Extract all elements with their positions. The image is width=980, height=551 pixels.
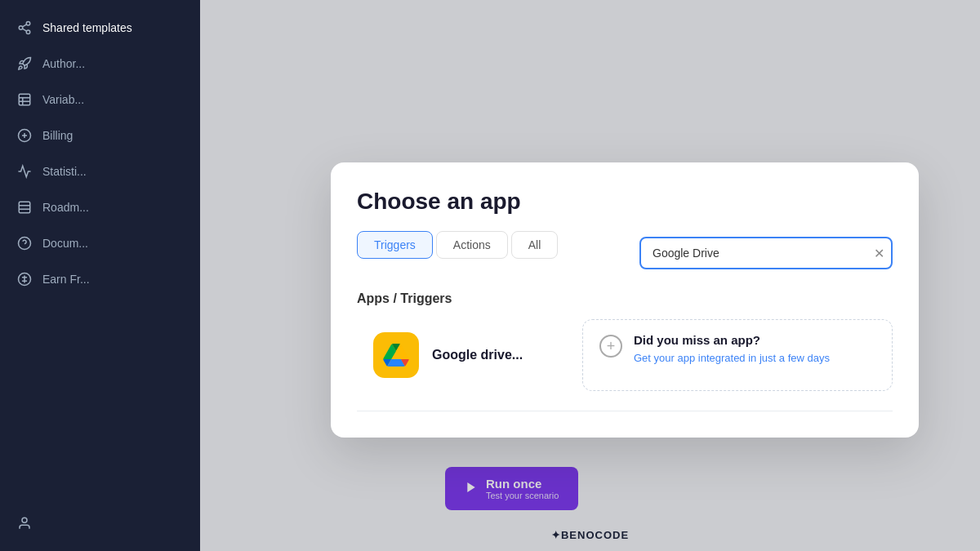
svg-point-0	[26, 22, 30, 26]
sidebar: Shared templates Author... Variab...	[0, 0, 200, 551]
roadmap-icon	[16, 199, 33, 216]
svg-line-3	[22, 29, 26, 31]
tab-actions[interactable]: Actions	[436, 231, 508, 259]
sidebar-item-documentation[interactable]: Docum...	[0, 225, 200, 261]
tab-triggers[interactable]: Triggers	[357, 231, 433, 259]
sidebar-item-profile[interactable]	[0, 505, 200, 541]
google-drive-icon	[373, 332, 419, 378]
sidebar-item-billing[interactable]: Billing	[0, 118, 200, 153]
app-card-google-drive[interactable]: Google drive...	[357, 319, 569, 391]
svg-line-4	[22, 24, 26, 27]
search-clear-button[interactable]: ✕	[874, 246, 884, 261]
dollar-icon	[16, 127, 33, 144]
miss-app-card[interactable]: + Did you miss an app? Get your app inte…	[582, 319, 893, 391]
search-wrapper: ✕	[639, 237, 893, 269]
section-header: Apps / Triggers	[357, 291, 893, 306]
svg-point-16	[22, 518, 27, 522]
tab-all[interactable]: All	[511, 231, 559, 259]
earn-icon	[16, 271, 33, 287]
svg-point-2	[26, 30, 30, 34]
sidebar-item-shared-templates[interactable]: Shared templates	[0, 10, 200, 46]
sidebar-label: Author...	[42, 57, 85, 70]
sidebar-label: Billing	[42, 129, 73, 142]
app-container: Shared templates Author... Variab...	[0, 0, 980, 551]
rocket-icon	[16, 56, 33, 72]
brand-bottom: ✦BENOCODE	[551, 529, 629, 541]
miss-app-desc-before: Get your app integrated	[634, 352, 748, 364]
main-content: + Add Trigger Node to Begin... Run once …	[200, 0, 980, 551]
sidebar-label: Roadm...	[42, 201, 89, 214]
app-name-google-drive: Google drive...	[432, 348, 523, 362]
help-icon	[16, 235, 33, 251]
sidebar-label: Docum...	[42, 237, 88, 250]
choose-app-modal: Choose an app Triggers Actions All ✕ App…	[331, 162, 919, 438]
sidebar-item-roadmap[interactable]: Roadm...	[0, 189, 200, 225]
modal-overlay: Choose an app Triggers Actions All ✕ App…	[200, 0, 980, 551]
divider	[357, 411, 893, 411]
sidebar-label: Earn Fr...	[42, 273, 90, 286]
sidebar-item-statistics[interactable]: Statisti...	[0, 153, 200, 189]
modal-title: Choose an app	[357, 189, 893, 215]
table-icon	[16, 91, 33, 108]
sidebar-item-authorizations[interactable]: Author...	[0, 46, 200, 82]
chart-icon	[16, 163, 33, 180]
sidebar-label: Shared templates	[42, 21, 132, 34]
share-icon	[16, 20, 33, 36]
apps-row: Google drive... + Did you miss an app? G…	[357, 319, 893, 391]
miss-app-desc: Get your app integrated in just a few da…	[634, 350, 830, 367]
miss-app-desc-after: few days	[785, 352, 830, 364]
user-icon	[16, 515, 33, 531]
miss-app-title: Did you miss an app?	[634, 333, 830, 347]
plus-circle-icon: +	[599, 335, 622, 358]
search-input[interactable]	[639, 237, 893, 269]
svg-point-1	[19, 26, 23, 30]
miss-app-desc-link: in just a	[748, 352, 785, 364]
sidebar-label: Variab...	[42, 93, 84, 106]
tab-bar: Triggers Actions All	[357, 231, 561, 259]
miss-app-content: Did you miss an app? Get your app integr…	[634, 333, 830, 367]
sidebar-item-earn[interactable]: Earn Fr...	[0, 261, 200, 297]
sidebar-label: Statisti...	[42, 165, 87, 178]
svg-rect-10	[19, 202, 30, 213]
svg-rect-5	[19, 94, 30, 105]
sidebar-item-variables[interactable]: Variab...	[0, 82, 200, 118]
